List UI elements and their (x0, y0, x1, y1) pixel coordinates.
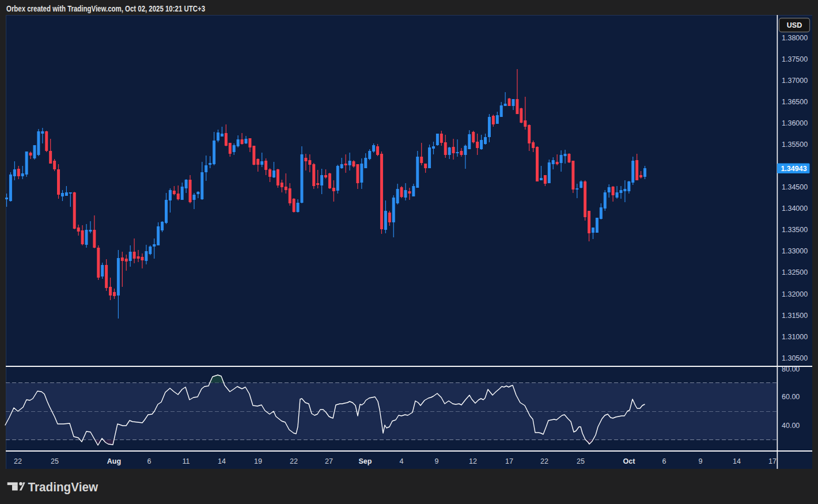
svg-text:1.35500: 1.35500 (782, 141, 808, 149)
svg-text:25: 25 (51, 457, 59, 465)
svg-text:1.37000: 1.37000 (782, 77, 808, 85)
svg-text:USD: USD (787, 21, 802, 29)
svg-text:Sep: Sep (359, 457, 372, 465)
svg-text:22: 22 (540, 457, 548, 465)
svg-text:1.33500: 1.33500 (782, 226, 808, 234)
svg-text:TradingView: TradingView (28, 480, 99, 494)
svg-text:19: 19 (254, 457, 262, 465)
svg-text:Oct: Oct (623, 457, 636, 465)
svg-text:14: 14 (733, 457, 741, 465)
svg-text:40.00: 40.00 (782, 422, 800, 430)
svg-text:22: 22 (290, 457, 298, 465)
svg-text:9: 9 (699, 457, 703, 465)
svg-text:1.31500: 1.31500 (782, 312, 808, 320)
svg-text:1.30500: 1.30500 (782, 354, 808, 362)
svg-text:17: 17 (505, 457, 513, 465)
svg-text:1.34000: 1.34000 (782, 204, 808, 213)
svg-text:1.33000: 1.33000 (782, 247, 808, 255)
svg-text:6: 6 (147, 457, 152, 465)
svg-text:22: 22 (14, 457, 22, 465)
svg-text:12: 12 (469, 457, 477, 465)
svg-text:17: 17 (768, 457, 777, 465)
svg-text:1.31000: 1.31000 (782, 333, 808, 341)
svg-text:14: 14 (218, 457, 226, 465)
svg-text:27: 27 (325, 457, 333, 465)
svg-text:80.00: 80.00 (782, 365, 800, 373)
svg-text:4: 4 (400, 457, 404, 465)
svg-text:1.32000: 1.32000 (782, 290, 808, 298)
svg-text:60.00: 60.00 (782, 393, 800, 401)
svg-text:Orbex created with TradingView: Orbex created with TradingView.com, Oct … (6, 3, 205, 13)
svg-text:1.34500: 1.34500 (782, 183, 808, 191)
svg-text:1.32500: 1.32500 (782, 268, 808, 276)
svg-text:Aug: Aug (107, 457, 121, 465)
svg-text:1.36000: 1.36000 (782, 119, 808, 127)
svg-text:25: 25 (577, 457, 585, 465)
svg-text:9: 9 (435, 457, 439, 465)
svg-text:1.37500: 1.37500 (782, 55, 808, 63)
svg-text:6: 6 (662, 457, 666, 465)
svg-text:1.36500: 1.36500 (782, 98, 808, 106)
svg-text:1.38000: 1.38000 (782, 34, 808, 42)
svg-text:1.34943: 1.34943 (781, 165, 806, 173)
svg-text:11: 11 (183, 457, 190, 465)
